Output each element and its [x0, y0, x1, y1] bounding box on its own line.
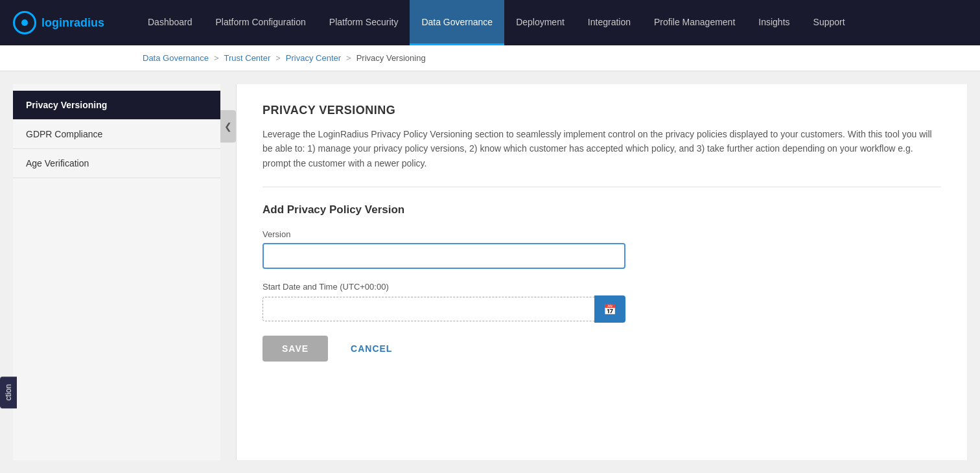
date-input[interactable]	[262, 297, 594, 321]
top-navigation: loginradius Dashboard Platform Configura…	[0, 0, 980, 45]
nav-item-integration[interactable]: Integration	[576, 0, 642, 45]
calendar-icon: 📅	[603, 303, 616, 316]
form-actions: SAVE CANCEL	[262, 336, 941, 362]
sidebar-item-privacy-versioning[interactable]: Privacy Versioning	[13, 91, 220, 120]
logo[interactable]: loginradius	[13, 11, 117, 34]
nav-item-dashboard[interactable]: Dashboard	[136, 0, 204, 45]
nav-item-profile-management[interactable]: Profile Management	[642, 0, 747, 45]
version-label: Version	[262, 229, 941, 239]
logo-text: loginradius	[41, 16, 104, 30]
feedback-tab[interactable]: ction	[0, 376, 17, 408]
date-form-group: Start Date and Time (UTC+00:00) 📅	[262, 282, 941, 323]
breadcrumb-sep-3: >	[346, 53, 351, 63]
nav-item-data-governance[interactable]: Data Governance	[410, 0, 504, 45]
section-description: Leverage the LoginRadius Privacy Policy …	[262, 127, 941, 187]
breadcrumb-current: Privacy Versioning	[356, 53, 426, 63]
version-form-group: Version	[262, 229, 941, 269]
cancel-button[interactable]: CANCEL	[338, 336, 405, 362]
nav-item-platform-security[interactable]: Platform Security	[318, 0, 410, 45]
nav-item-insights[interactable]: Insights	[747, 0, 801, 45]
breadcrumb: Data Governance > Trust Center > Privacy…	[0, 45, 980, 71]
breadcrumb-privacy-center[interactable]: Privacy Center	[286, 53, 341, 63]
breadcrumb-trust-center[interactable]: Trust Center	[224, 53, 271, 63]
date-input-wrapper: 📅	[262, 295, 625, 323]
section-title: PRIVACY VERSIONING	[262, 104, 941, 117]
nav-items: Dashboard Platform Configuration Platfor…	[136, 0, 967, 45]
form-title: Add Privacy Policy Version	[262, 203, 941, 216]
calendar-button[interactable]: 📅	[594, 295, 625, 323]
nav-item-platform-config[interactable]: Platform Configuration	[204, 0, 318, 45]
sidebar-item-age-verification[interactable]: Age Verification	[13, 149, 220, 178]
main-layout: Privacy Versioning GDPR Compliance Age V…	[0, 71, 980, 473]
sidebar-toggle-button[interactable]: ❮	[220, 110, 236, 143]
nav-item-support[interactable]: Support	[802, 0, 857, 45]
save-button[interactable]: SAVE	[262, 336, 328, 362]
breadcrumb-data-governance[interactable]: Data Governance	[143, 53, 209, 63]
date-label: Start Date and Time (UTC+00:00)	[262, 282, 941, 292]
nav-item-deployment[interactable]: Deployment	[504, 0, 576, 45]
content-area: PRIVACY VERSIONING Leverage the LoginRad…	[236, 84, 967, 460]
breadcrumb-sep-2: >	[275, 53, 281, 63]
breadcrumb-sep-1: >	[214, 53, 219, 63]
logo-icon	[13, 11, 36, 34]
version-input[interactable]	[262, 243, 625, 269]
sidebar: Privacy Versioning GDPR Compliance Age V…	[13, 84, 220, 460]
sidebar-item-gdpr-compliance[interactable]: GDPR Compliance	[13, 120, 220, 149]
